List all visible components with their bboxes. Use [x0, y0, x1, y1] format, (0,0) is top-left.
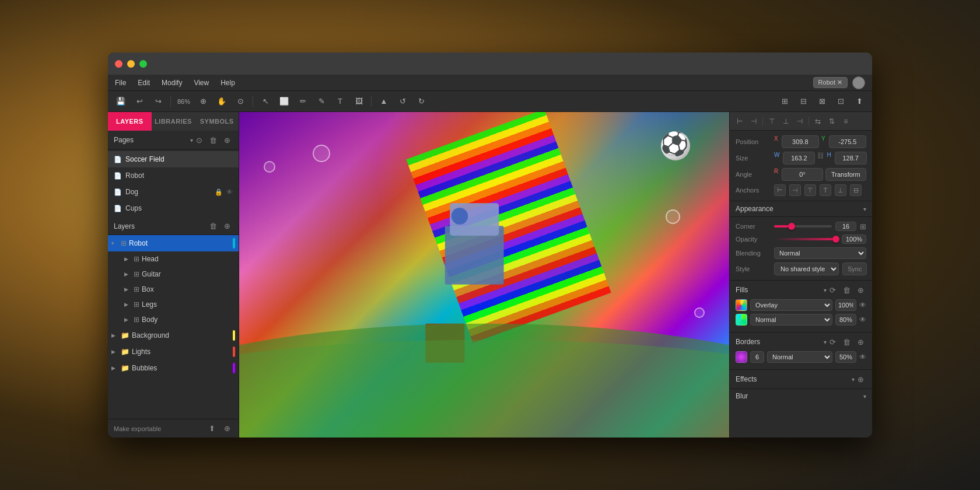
anchor-left-btn[interactable]: ⊢ — [774, 184, 786, 196]
export-icon[interactable]: ⬆ — [206, 423, 218, 435]
align-tr-btn[interactable]: ⊣ — [793, 115, 806, 128]
pencil-tool[interactable]: ✎ — [313, 94, 330, 109]
triangle-tool[interactable]: ▲ — [376, 94, 392, 109]
move-tool[interactable]: ⊙ — [232, 94, 249, 109]
blur-chevron-icon[interactable]: ▾ — [863, 393, 866, 400]
border-num-input[interactable] — [750, 351, 764, 363]
chain-icon[interactable]: ⛓ — [817, 152, 824, 164]
border-eye-icon[interactable]: 👁 — [859, 353, 866, 361]
subtract-btn[interactable]: ⊡ — [832, 94, 849, 109]
avatar[interactable] — [852, 76, 865, 89]
export-add-icon[interactable]: ⊕ — [221, 423, 233, 435]
effects-add-icon[interactable]: ⊕ — [855, 373, 866, 385]
layer-folder-bubbles[interactable]: ▶ 📁 Bubbles — [108, 360, 239, 376]
fill-blend-select-1[interactable]: Overlay — [750, 299, 832, 311]
fills-sync-icon[interactable]: ⟳ — [827, 284, 838, 296]
image-tool[interactable]: 🖼 — [351, 94, 367, 109]
mask-btn[interactable]: ⊟ — [795, 94, 811, 109]
fill-pct-2[interactable] — [835, 314, 856, 326]
style-select[interactable]: No shared style — [774, 262, 839, 275]
undo-btn[interactable]: ↩ — [131, 94, 148, 109]
angle-input[interactable] — [782, 168, 822, 181]
fills-delete-icon[interactable]: 🗑 — [841, 284, 852, 296]
layers-add-btn[interactable]: ⊕ — [221, 220, 233, 232]
text-tool[interactable]: T — [332, 94, 348, 109]
opacity-value-input[interactable] — [842, 235, 866, 244]
border-color-swatch[interactable] — [736, 351, 747, 363]
opacity-slider[interactable] — [774, 238, 838, 240]
borders-add-icon[interactable]: ⊕ — [855, 336, 866, 348]
menu-help[interactable]: Help — [220, 79, 235, 87]
select-tool[interactable]: ↖ — [257, 94, 274, 109]
corner-edit-icon[interactable]: ⊞ — [860, 222, 866, 231]
tab-layers[interactable]: LAYERS — [108, 112, 152, 131]
layer-child-guitar[interactable]: ▶ ⊞ Guitar — [108, 267, 239, 282]
anchor-center-btn[interactable]: ⊣ — [789, 184, 801, 196]
shape-tool[interactable]: ⬜ — [276, 94, 292, 109]
position-y-input[interactable] — [829, 135, 866, 148]
layer-child-head[interactable]: ▶ ⊞ Head — [108, 251, 239, 267]
align-center-h-btn[interactable]: ⊣ — [747, 115, 760, 128]
page-item-soccer[interactable]: 📄 Soccer Field — [108, 151, 239, 167]
page-item-dog[interactable]: 📄 Dog 🔒 👁 — [108, 184, 239, 200]
menu-view[interactable]: View — [194, 79, 209, 87]
corner-value-input[interactable] — [835, 222, 856, 231]
anchor-bottom-btn[interactable]: ⊟ — [850, 184, 862, 196]
size-w-input[interactable] — [783, 152, 815, 164]
sync-btn[interactable]: Sync — [842, 262, 867, 275]
borders-sync-icon[interactable]: ⟳ — [827, 336, 838, 348]
fullscreen-button[interactable] — [139, 60, 147, 68]
fills-add-icon[interactable]: ⊕ — [855, 284, 866, 296]
pages-toggle-btn[interactable]: ⊙ — [193, 134, 205, 146]
layer-child-box[interactable]: ▶ ⊞ Box — [108, 282, 239, 297]
corner-slider[interactable] — [774, 225, 832, 228]
canvas-area[interactable] — [239, 112, 729, 438]
appearance-header[interactable]: Appearance ▾ — [730, 201, 872, 217]
share-btn[interactable]: ⬆ — [851, 94, 867, 109]
blending-select[interactable]: Normal — [774, 247, 866, 259]
menu-modify[interactable]: Modify — [162, 79, 182, 87]
align-left-btn[interactable]: ⊢ — [733, 115, 746, 128]
close-button[interactable] — [115, 60, 123, 68]
border-pct[interactable] — [835, 351, 856, 363]
align-tc-btn[interactable]: ⊥ — [779, 115, 792, 128]
layers-delete-btn[interactable]: 🗑 — [207, 220, 219, 232]
fill-color-swatch-1[interactable] — [736, 299, 747, 311]
fill-blend-select-2[interactable]: Normal — [750, 314, 832, 326]
layer-folder-lights[interactable]: ▶ 📁 Lights — [108, 344, 239, 360]
layer-child-body[interactable]: ▶ ⊞ Body — [108, 312, 239, 327]
corner-slider-thumb[interactable] — [788, 223, 795, 230]
distribute-v-btn[interactable]: ⇅ — [825, 115, 838, 128]
distribute-eq-btn[interactable]: ≡ — [839, 115, 852, 128]
fill-color-swatch-2[interactable] — [736, 314, 747, 326]
fill-pct-1[interactable] — [835, 299, 856, 311]
fill-eye-icon-2[interactable]: 👁 — [859, 316, 866, 324]
robot-button[interactable]: Robot ✕ — [813, 77, 848, 88]
borders-delete-icon[interactable]: 🗑 — [841, 336, 852, 348]
menu-file[interactable]: File — [115, 79, 126, 87]
layer-group-robot[interactable]: ▾ ⊞ Robot — [108, 235, 239, 251]
page-item-cups[interactable]: 📄 Cups — [108, 200, 239, 216]
fill-eye-icon-1[interactable]: 👁 — [859, 301, 866, 309]
layer-child-legs[interactable]: ▶ ⊞ Legs — [108, 297, 239, 312]
pages-delete-btn[interactable]: 🗑 — [207, 134, 219, 146]
rotate-back-btn[interactable]: ↺ — [394, 94, 411, 109]
align-tl-btn[interactable]: ⊤ — [765, 115, 778, 128]
redo-btn[interactable]: ↪ — [150, 94, 166, 109]
tab-libraries[interactable]: LIBRARIES — [152, 112, 195, 131]
layer-folder-background[interactable]: ▶ 📁 Background — [108, 327, 239, 344]
menu-edit[interactable]: Edit — [138, 79, 150, 87]
zoom-fit-btn[interactable]: ⊕ — [195, 94, 211, 109]
opacity-slider-thumb[interactable] — [832, 236, 839, 243]
position-x-input[interactable] — [782, 135, 819, 148]
rotate-fwd-btn[interactable]: ↻ — [413, 94, 429, 109]
combine-btn[interactable]: ⊠ — [814, 94, 830, 109]
pen-tool[interactable]: ✏ — [295, 94, 311, 109]
anchor-right-btn[interactable]: ⊤ — [804, 184, 816, 196]
size-h-input[interactable] — [835, 152, 867, 164]
component-btn[interactable]: ⊞ — [776, 94, 793, 109]
save-btn[interactable]: 💾 — [113, 94, 129, 109]
anchor-mid-btn[interactable]: ⊥ — [835, 184, 846, 196]
page-item-robot[interactable]: 📄 Robot — [108, 167, 239, 184]
minimize-button[interactable] — [127, 60, 135, 68]
